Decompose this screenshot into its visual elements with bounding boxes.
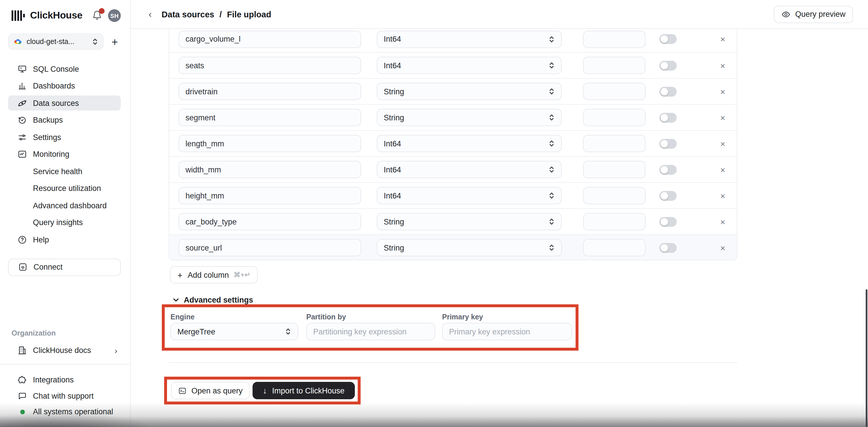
toggle-knob bbox=[660, 244, 668, 251]
column-type-select[interactable]: Int64 bbox=[377, 135, 562, 152]
app-window: ClickHouse SH cloud-get-sta... bbox=[0, 0, 868, 427]
sidebar-item-data-sources[interactable]: Data sources bbox=[8, 95, 121, 111]
status-dot-icon bbox=[17, 407, 27, 417]
sidebar-nav: SQL ConsoleDashboardsData sourcesBackups… bbox=[8, 61, 121, 249]
sidebar-item-clickhouse-docs[interactable]: ClickHouse docs › bbox=[8, 343, 121, 358]
default-value-input[interactable] bbox=[583, 187, 646, 204]
sidebar-divider bbox=[0, 364, 130, 364]
sidebar-item-query-insights[interactable]: Query insights bbox=[8, 215, 121, 230]
default-value-input[interactable] bbox=[583, 135, 646, 152]
column-name-input[interactable] bbox=[179, 109, 361, 126]
default-value-input[interactable] bbox=[583, 30, 646, 48]
table-row: String × bbox=[169, 78, 737, 104]
column-type-select[interactable]: String bbox=[377, 83, 562, 100]
sidebar-item-backups[interactable]: Backups bbox=[8, 113, 121, 127]
engine-select[interactable]: MergeTree bbox=[170, 323, 298, 340]
nullable-toggle[interactable] bbox=[659, 34, 677, 44]
default-value-input[interactable] bbox=[583, 161, 646, 178]
column-name-input[interactable] bbox=[179, 161, 361, 178]
column-type-select[interactable]: Int64 bbox=[377, 30, 562, 48]
partition-by-input[interactable] bbox=[306, 323, 435, 340]
default-value-input[interactable] bbox=[583, 57, 646, 74]
default-value-input[interactable] bbox=[583, 213, 646, 230]
sidebar-item-resource-utilization[interactable]: Resource utilization bbox=[8, 181, 121, 196]
import-to-clickhouse-button[interactable]: ↓ Import to ClickHouse bbox=[252, 382, 355, 399]
column-name-input[interactable] bbox=[179, 57, 361, 74]
chevron-updown-icon bbox=[549, 61, 555, 69]
nullable-toggle[interactable] bbox=[659, 191, 677, 200]
service-selector-row: cloud-get-sta... + bbox=[8, 33, 121, 50]
primary-key-input[interactable] bbox=[442, 323, 572, 340]
open-as-query-button[interactable]: Open as query bbox=[171, 382, 250, 399]
sidebar-item-dashboards[interactable]: Dashboards bbox=[8, 78, 121, 93]
sidebar-item-label: Service health bbox=[33, 167, 82, 176]
column-type-select[interactable]: String bbox=[377, 239, 562, 256]
remove-column-button[interactable]: × bbox=[719, 33, 726, 45]
remove-column-button[interactable]: × bbox=[719, 86, 726, 97]
column-type-select[interactable]: String bbox=[377, 109, 562, 126]
remove-column-button[interactable]: × bbox=[719, 60, 726, 71]
remove-column-button[interactable]: × bbox=[719, 138, 726, 149]
connect-button[interactable]: Connect bbox=[8, 258, 121, 276]
service-selector[interactable]: cloud-get-sta... bbox=[8, 33, 103, 50]
sidebar-item-settings[interactable]: Settings bbox=[8, 130, 121, 145]
remove-column-button[interactable]: × bbox=[719, 112, 726, 123]
column-name-input[interactable] bbox=[179, 187, 361, 204]
column-name-input[interactable] bbox=[179, 239, 361, 256]
chevron-right-icon: › bbox=[115, 346, 117, 355]
sidebar-item-service-health[interactable]: Service health bbox=[8, 164, 121, 179]
eye-icon bbox=[781, 9, 790, 19]
add-service-button[interactable]: + bbox=[112, 36, 118, 47]
backups-icon bbox=[17, 115, 27, 125]
table-row: Int64 × bbox=[169, 52, 737, 78]
nullable-toggle[interactable] bbox=[659, 60, 677, 70]
advanced-settings-toggle[interactable]: Advanced settings bbox=[173, 295, 868, 304]
column-type-value: Int64 bbox=[384, 35, 549, 44]
column-type-value: String bbox=[384, 243, 549, 252]
sidebar-item-chat-with-support[interactable]: Chat with support bbox=[8, 388, 121, 403]
remove-column-button[interactable]: × bbox=[719, 242, 726, 253]
nullable-toggle[interactable] bbox=[659, 243, 677, 253]
toggle-knob bbox=[660, 88, 668, 95]
avatar[interactable]: SH bbox=[108, 9, 121, 22]
default-value-input[interactable] bbox=[583, 109, 646, 126]
column-type-value: String bbox=[384, 217, 549, 226]
settings-icon bbox=[17, 132, 27, 142]
breadcrumb-file-upload: File upload bbox=[227, 9, 271, 19]
column-type-value: Int64 bbox=[384, 139, 549, 148]
nullable-toggle[interactable] bbox=[659, 139, 677, 148]
nullable-toggle[interactable] bbox=[659, 165, 677, 174]
query-preview-button[interactable]: Query preview bbox=[774, 5, 853, 23]
breadcrumb-data-sources[interactable]: Data sources bbox=[161, 9, 214, 19]
sidebar-item-all-systems-operational[interactable]: All systems operational bbox=[8, 404, 121, 419]
column-type-select[interactable]: Int64 bbox=[377, 57, 562, 74]
remove-column-button[interactable]: × bbox=[719, 164, 726, 175]
primary-key-label: Primary key bbox=[442, 313, 483, 321]
nullable-toggle[interactable] bbox=[659, 86, 677, 96]
partition-by-label: Partition by bbox=[306, 313, 346, 321]
remove-column-button[interactable]: × bbox=[719, 216, 726, 227]
nullable-toggle[interactable] bbox=[659, 217, 677, 227]
notifications-bell-icon[interactable] bbox=[92, 10, 103, 21]
column-type-select[interactable]: Int64 bbox=[377, 161, 562, 178]
default-value-input[interactable] bbox=[583, 83, 646, 100]
column-name-input[interactable] bbox=[179, 83, 361, 100]
sidebar-item-advanced-dashboard[interactable]: Advanced dashboard bbox=[8, 198, 121, 213]
column-type-select[interactable]: Int64 bbox=[377, 187, 562, 204]
add-column-button[interactable]: + Add column ⌘+↵ bbox=[170, 266, 258, 284]
scrollbar-thumb[interactable] bbox=[866, 289, 867, 427]
sidebar-item-sql-console[interactable]: SQL Console bbox=[8, 61, 121, 76]
sidebar-item-monitoring[interactable]: Monitoring bbox=[8, 147, 121, 162]
default-value-input[interactable] bbox=[583, 239, 646, 256]
column-name-input[interactable] bbox=[179, 213, 361, 230]
nullable-toggle[interactable] bbox=[659, 113, 677, 122]
column-name-input[interactable] bbox=[179, 30, 361, 48]
column-name-input[interactable] bbox=[179, 135, 361, 152]
chat-icon bbox=[17, 391, 27, 401]
back-chevron-icon[interactable]: ‹ bbox=[149, 9, 152, 19]
sidebar-item-integrations[interactable]: Integrations bbox=[8, 372, 121, 387]
sidebar-item-help[interactable]: Help bbox=[8, 232, 121, 247]
section-divider bbox=[169, 362, 737, 363]
column-type-select[interactable]: String bbox=[377, 213, 562, 230]
remove-column-button[interactable]: × bbox=[719, 190, 726, 201]
